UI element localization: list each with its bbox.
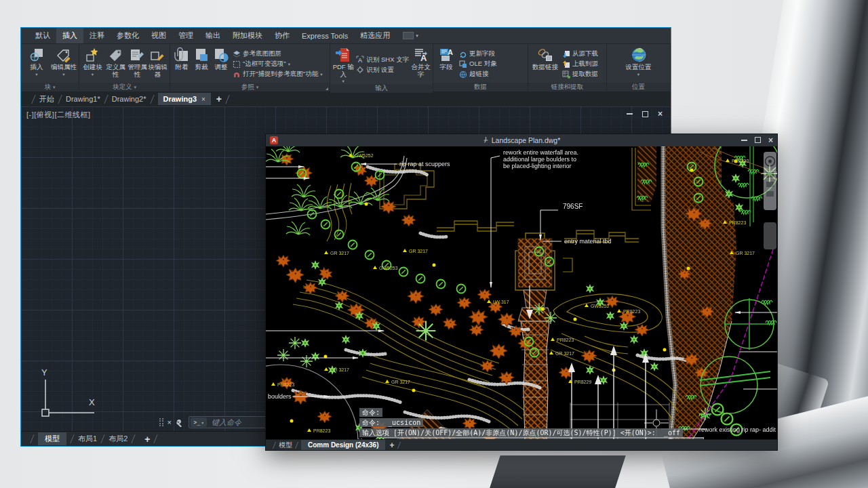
layout-tab-comm-design[interactable]: Comm Design (24x36) [301,440,385,450]
group-label-block[interactable]: 块 ▾ [21,83,79,92]
menu-tab-view[interactable]: 视图 [145,28,172,43]
download-from-source-button[interactable]: 从源下载 [562,49,598,58]
menu-tab-featured-apps[interactable]: 精选应用 [354,28,396,43]
close-icon[interactable]: × [366,438,370,439]
ribbon-display-toggle[interactable]: ▾ [403,28,418,43]
new-drawing-button[interactable]: + [216,94,222,104]
document-window-controls: × [627,110,663,117]
underlay-layers-button[interactable]: 参考底图图层 [233,49,323,58]
svg-text:A: A [358,57,362,64]
upload-to-source-button[interactable]: 上载到源 [562,60,598,68]
floating-command-dock: × >_ ▲ [358,437,704,439]
new-layout-button[interactable]: + [389,441,394,450]
new-layout-button[interactable]: + [144,434,150,445]
file-tab-drawing3[interactable]: Drawing3 × [158,93,211,105]
command-prompt-icon[interactable]: >_ [385,439,397,439]
group-label-link-extract[interactable]: 链接和提取 [528,83,606,92]
menu-tab-default[interactable]: 默认 [29,28,56,43]
update-fields-button[interactable]: 更新字段 [459,49,497,58]
create-block-button[interactable]: 创建块 ▾ [81,45,104,83]
group-label-block-definition[interactable]: 块定义 ▾ [79,83,170,92]
wrench-icon[interactable] [372,438,380,439]
ole-object-button[interactable]: OLE 对象 [459,60,497,68]
menu-tab-manage[interactable]: 管理 [172,28,199,43]
landscape-drawing-canvas[interactable]: rip rap at scuppers rework entire waterf… [266,146,777,439]
adjust-button[interactable]: 调整 [212,45,231,83]
svg-text:GR 3217: GR 3217 [330,367,349,372]
svg-text:PR8223: PR8223 [313,428,330,433]
layout-tab-layout2[interactable]: 布局2 [108,434,127,444]
wrench-icon[interactable] [176,418,184,427]
minimize-icon[interactable] [741,140,747,141]
file-tab-drawing2[interactable]: Drawing2* [112,95,146,103]
attach-icon [174,47,190,63]
menu-tab-addins[interactable]: 附加模块 [226,28,269,43]
close-icon[interactable]: × [768,137,773,144]
attach-button[interactable]: 附着 [172,45,191,83]
menu-tab-parametric[interactable]: 参数化 [111,28,145,43]
field-button[interactable]: A 字段 [435,45,457,83]
menu-tab-annotate[interactable]: 注释 [83,28,111,43]
menu-tab-insert[interactable]: 插入 [56,28,83,43]
dialog-launcher-icon[interactable] [326,87,328,90]
block-editor-button[interactable]: 块编辑器 [148,45,167,83]
minimize-icon[interactable] [627,113,633,115]
data-link-button[interactable]: 数据链接 [530,45,560,83]
restore-icon[interactable] [755,137,761,143]
insert-block-button[interactable]: 插入 ▾ [23,45,50,83]
set-location-button[interactable]: 设置位置 ▾ [621,45,656,83]
chevron-down-icon: ▾ [62,72,64,77]
snap-to-underlay-button[interactable]: 打开"捕捉到参考底图"功能 ▾ [233,70,323,79]
ribbon-group-reference: 附着 剪裁 调整 参考底图图层 "边框可变 [170,44,330,92]
drag-handle[interactable] [358,439,362,439]
file-tab-start[interactable]: 开始 [39,94,54,104]
command-history-line: 命令: _ucsicon [359,418,423,427]
menu-tab-output[interactable]: 输出 [199,28,226,43]
drag-handle[interactable] [159,418,163,427]
file-tab-drawing1[interactable]: Drawing1* [66,95,100,103]
define-attribute-button[interactable]: 定义属性 [104,45,127,83]
svg-text:GR 3217: GR 3217 [555,351,574,356]
ribbon-group-block-definition: 创建块 ▾ 定义属性 管理属性 块编辑器 块定义 ▾ [79,44,170,92]
annotation-rip-rap: rip rap at scuppers [399,161,450,167]
frames-option-button[interactable]: "边框可变选项" ▾ [233,60,323,68]
group-label-import[interactable]: 输入 [330,84,433,93]
edit-attribute-button[interactable]: 编辑属性 ▾ [51,45,77,83]
recognition-settings-button[interactable]: 识别 设置 [356,66,409,75]
group-label-location[interactable]: 位置 [607,83,670,92]
svg-text:PR8223: PR8223 [623,309,640,314]
clip-button[interactable]: 剪裁 [192,45,211,83]
group-label-reference[interactable]: 参照 ▾ [170,83,330,92]
combine-text-icon: A [413,47,429,63]
menu-tab-collaborate[interactable]: 协作 [269,28,296,43]
command-prompt-icon[interactable]: >_ ▾ [191,418,207,427]
svg-text:GR 3217: GR 3217 [736,251,755,256]
hyperlink-icon [459,70,467,79]
layout-tab-layout1[interactable]: 布局1 [78,434,97,444]
landscape-window-titlebar[interactable]: A Landscape Plan.dwg* × [266,134,777,146]
landscape-plan-window: A Landscape Plan.dwg* × [265,134,778,451]
chevron-down-icon: ▾ [637,72,639,77]
extract-data-button[interactable]: 提取数据 [562,70,598,79]
viewport-controls[interactable]: [-][俯视][二维线框] [26,110,91,120]
close-icon[interactable]: × [201,96,205,103]
navigation-bar[interactable] [764,152,776,249]
pdf-import-icon [335,47,351,63]
group-label-data[interactable]: 数据 [433,83,528,92]
layout-tab-model[interactable]: 模型 [279,441,292,450]
close-icon[interactable]: × [167,418,172,426]
manage-attributes-button[interactable]: 管理属性 [127,45,147,83]
recognize-shx-text-button[interactable]: A 识别 SHX 文字 [356,56,409,64]
combine-text-button[interactable]: A 合并文字 [411,45,431,84]
pdf-import-button[interactable]: PDF 输入 ▾ [332,45,354,84]
command-input[interactable]: >_ ▲ [383,437,704,439]
ribbon-group-data: A 字段 更新字段 OLE 对象 超链接 [433,44,528,92]
restore-icon[interactable] [642,111,648,117]
layout-tab-model[interactable]: 模型 [38,432,66,445]
close-icon[interactable]: × [658,110,663,117]
menu-tab-express-tools[interactable]: Express Tools [296,28,354,43]
command-history-line: 输入选项 [开(ON)/关(OFF)/全部(A)/非原点(N)/原点(OR)/可… [359,428,683,437]
svg-text:GW5253: GW5253 [379,266,398,270]
hyperlink-button[interactable]: 超链接 [459,70,497,79]
autocad-logo-icon: A [270,136,278,144]
